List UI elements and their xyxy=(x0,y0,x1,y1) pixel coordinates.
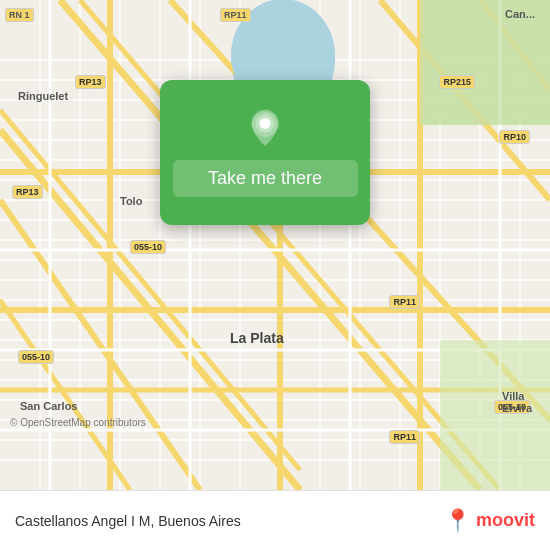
rp10-badge: RP10 xyxy=(499,130,530,144)
map-container[interactable]: RN 1 RP11 Can... Ringuelet RP13 RP215 RP… xyxy=(0,0,550,490)
moovit-logo: 📍 moovit xyxy=(444,508,535,534)
b055-10-c-badge: 055-10 xyxy=(494,400,530,414)
rp13-mid-badge: RP13 xyxy=(12,185,43,199)
svg-point-68 xyxy=(260,118,271,129)
osm-credit: © OpenStreetMap contributors xyxy=(10,417,146,428)
b055-10-a-badge: 055-10 xyxy=(130,240,166,254)
moovit-pin-icon: 📍 xyxy=(444,508,471,534)
rp11-bot-badge: RP11 xyxy=(389,430,420,444)
action-card: Take me there xyxy=(160,80,370,225)
moovit-brand-text: moovit xyxy=(476,510,535,531)
svg-rect-64 xyxy=(440,340,550,490)
bottom-bar: Castellanos Angel I M, Buenos Aires 📍 mo… xyxy=(0,490,550,550)
svg-rect-63 xyxy=(420,0,550,125)
rp215-badge: RP215 xyxy=(439,75,475,89)
b055-10-b-badge: 055-10 xyxy=(18,350,54,364)
take-me-there-button[interactable]: Take me there xyxy=(173,160,358,197)
location-pin-icon xyxy=(245,108,285,148)
location-name: Castellanos Angel I M, Buenos Aires xyxy=(15,513,241,529)
rp11-mid-badge: RP11 xyxy=(389,295,420,309)
rp13-badge: RP13 xyxy=(75,75,106,89)
